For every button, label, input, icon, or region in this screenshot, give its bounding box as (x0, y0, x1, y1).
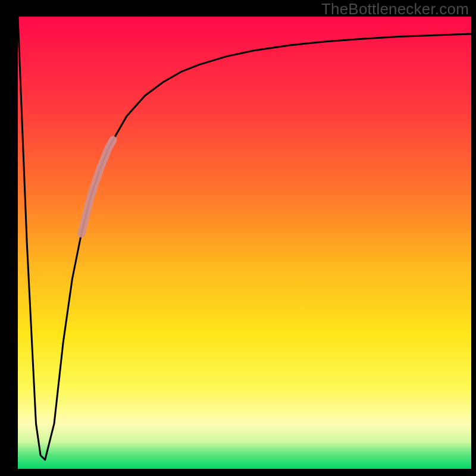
watermark-text: TheBottlenecker.com (321, 0, 469, 18)
plot-background (18, 17, 471, 469)
frame-right (471, 0, 476, 476)
frame-bottom (0, 469, 476, 476)
chart-svg (0, 0, 476, 476)
bottleneck-chart: TheBottlenecker.com (0, 0, 476, 476)
frame-left (0, 0, 18, 476)
